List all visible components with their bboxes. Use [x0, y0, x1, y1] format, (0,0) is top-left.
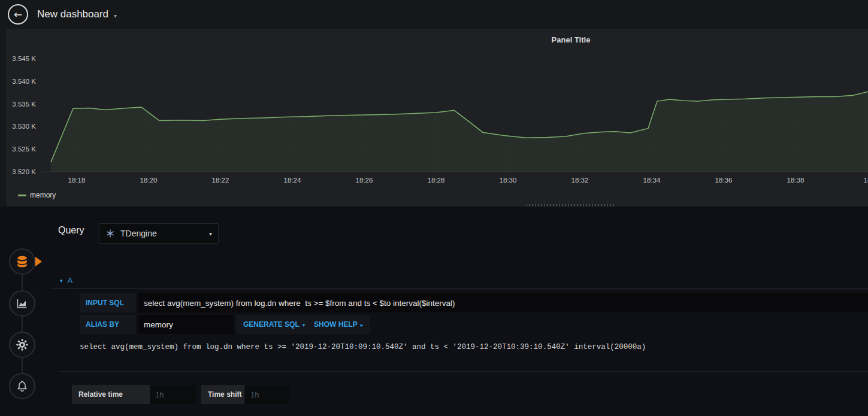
chart-icon — [16, 297, 28, 309]
query-row-header[interactable]: ▾ A — [51, 272, 868, 289]
query-section-title: Query — [58, 225, 84, 236]
x-tick-label: 18:30 — [500, 177, 517, 184]
panel-title[interactable]: Panel Title — [552, 35, 591, 44]
back-button[interactable]: ← — [8, 4, 28, 25]
bell-icon — [16, 380, 28, 392]
relative-time-field[interactable] — [150, 385, 196, 404]
database-icon — [16, 255, 29, 268]
x-tick-label: 18:28 — [428, 177, 445, 184]
y-tick-label: 3.535 K — [12, 101, 36, 108]
time-shift-field[interactable] — [246, 385, 289, 404]
x-tick-label: 18:34 — [643, 177, 661, 184]
legend-label: memory — [30, 191, 56, 199]
show-help-button[interactable]: SHOW HELP▸ — [307, 315, 370, 334]
topbar: ← New dashboard ▾ — [0, 0, 868, 29]
gear-icon — [16, 338, 29, 351]
x-tick-label: 18:22 — [212, 177, 229, 184]
input-sql-field[interactable] — [138, 293, 868, 312]
section-divider — [58, 371, 868, 372]
x-tick-label: 18:18 — [68, 177, 86, 184]
tab-queries[interactable] — [9, 248, 35, 275]
x-tick-label: 18 — [864, 177, 868, 184]
chevron-down-icon: ▾ — [114, 13, 117, 19]
generate-sql-button[interactable]: GENERATE SQL▾ — [236, 315, 312, 334]
tdengine-logo-icon — [105, 229, 115, 238]
back-arrow-icon: ← — [14, 10, 22, 20]
tab-general[interactable] — [9, 332, 35, 358]
show-help-label: SHOW HELP — [314, 320, 358, 329]
input-sql-label: INPUT SQL — [80, 293, 136, 312]
x-tick-label: 18:38 — [787, 177, 805, 184]
query-pane: Query TDengine ▾ ▾ A INPUT SQL — [51, 207, 868, 416]
grafana-app: ← New dashboard ▾ 18:1818:2018:2218:2418… — [0, 0, 868, 416]
legend-color-swatch — [18, 195, 26, 196]
y-tick-label: 3.520 K — [12, 168, 36, 175]
relative-time-label: Relative time — [72, 385, 150, 404]
legend-item-memory[interactable]: memory — [18, 191, 56, 199]
y-tick-label: 3.525 K — [12, 145, 36, 153]
y-tick-label: 3.540 K — [12, 78, 36, 85]
query-ref-id: A — [68, 276, 73, 285]
y-tick-label: 3.545 K — [12, 55, 36, 62]
tab-connector-line — [22, 262, 23, 386]
x-tick-label: 18:20 — [140, 177, 158, 184]
dashboard-title-dropdown[interactable]: New dashboard ▾ — [37, 8, 117, 20]
chevron-down-icon: ▾ — [209, 230, 212, 237]
active-tab-arrow-icon — [35, 257, 42, 266]
chevron-right-icon: ▸ — [361, 322, 364, 328]
x-tick-label: 18:32 — [571, 177, 589, 184]
alias-by-label: ALIAS BY — [80, 315, 136, 334]
x-tick-label: 18:26 — [356, 177, 373, 184]
x-tick-label: 18:36 — [715, 177, 733, 184]
datasource-select[interactable]: TDengine ▾ — [99, 223, 219, 244]
generate-sql-label: GENERATE SQL — [243, 320, 300, 329]
x-tick-label: 18:24 — [284, 177, 301, 184]
panel-editor: Query TDengine ▾ ▾ A INPUT SQL — [0, 207, 868, 416]
chevron-down-icon: ▾ — [303, 322, 306, 328]
generated-sql-preview: select avg(mem_system) from log.dn where… — [80, 343, 861, 351]
graph-panel: 18:1818:2018:2218:2418:2618:2818:3018:32… — [6, 29, 868, 207]
collapse-caret-icon: ▾ — [60, 278, 63, 284]
tab-visualization[interactable] — [9, 290, 35, 317]
tab-alert[interactable] — [9, 373, 35, 399]
alias-by-field[interactable] — [138, 315, 234, 334]
timeseries-chart[interactable]: 18:1818:2018:2218:2418:2618:2818:3018:32… — [6, 29, 868, 190]
y-tick-label: 3.530 K — [12, 123, 36, 130]
datasource-name: TDengine — [120, 229, 157, 238]
dashboard-title: New dashboard — [37, 8, 108, 20]
time-shift-label: Time shift — [201, 385, 244, 404]
